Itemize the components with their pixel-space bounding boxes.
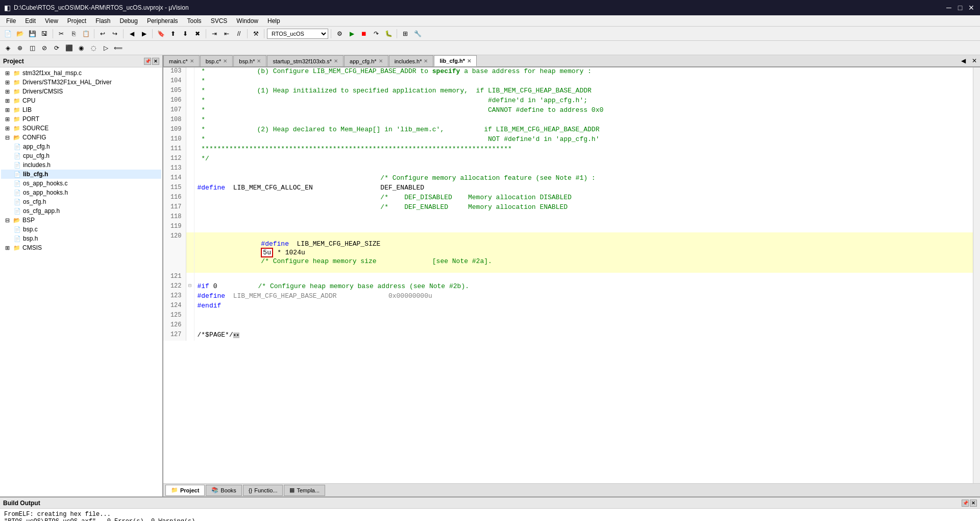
tree-item-os-cfg-app[interactable]: 📄 os_cfg_app.h [1, 206, 161, 216]
tree-item-cmsis2[interactable]: ⊞ 📁 CMSIS [1, 243, 161, 252]
run-button[interactable]: ▶ [346, 28, 357, 39]
tab-close-app[interactable]: ✕ [379, 58, 383, 64]
tab-scroll-left[interactable]: ◀ [958, 55, 969, 66]
settings-button[interactable]: 🔧 [412, 28, 423, 39]
tab-close-bsp-h[interactable]: ✕ [257, 58, 261, 64]
indent-button[interactable]: ⇥ [209, 28, 220, 39]
t2-btn4[interactable]: ⊘ [39, 42, 50, 54]
build-close-btn[interactable]: ✕ [970, 500, 977, 507]
undo-button[interactable]: ↩ [97, 28, 108, 39]
tab-app-cfg[interactable]: app_cfg.h* ✕ [344, 55, 388, 66]
open-button[interactable]: 📂 [14, 28, 26, 39]
copy-button[interactable]: ⎘ [68, 28, 79, 39]
menu-project[interactable]: Project [63, 16, 90, 26]
tree-item-cpu-cfg[interactable]: 📄 cpu_cfg.h [1, 151, 161, 160]
t2-btn1[interactable]: ◈ [2, 42, 13, 54]
tab-lib-cfg[interactable]: lib_cfg.h* ✕ [434, 55, 477, 66]
tree-item-bsp-c[interactable]: 📄 bsp.c [1, 225, 161, 234]
tree-item-os-hooks-h[interactable]: 📄 os_app_hooks.h [1, 188, 161, 197]
panel-close-btn[interactable]: ✕ [152, 58, 159, 65]
t2-btn6[interactable]: ⬛ [63, 42, 75, 54]
menu-debug[interactable]: Debug [116, 16, 142, 26]
t2-btn2[interactable]: ⊕ [14, 42, 26, 54]
menu-view[interactable]: View [41, 16, 62, 26]
target-dropdown[interactable]: RTOS_ucOS [267, 29, 328, 39]
nav-back-button[interactable]: ◀ [126, 28, 137, 39]
t2-btn7[interactable]: ◉ [76, 42, 87, 54]
menu-help[interactable]: Help [263, 16, 284, 26]
menu-svcs[interactable]: SVCS [207, 16, 232, 26]
bookmark-next-button[interactable]: ⬇ [180, 28, 191, 39]
tree-item-cmsis[interactable]: ⊞ 📁 Drivers/CMSIS [1, 87, 161, 96]
bottom-tab-project[interactable]: 📁 Project [165, 485, 205, 496]
minimize-button[interactable]: ─ [944, 3, 953, 12]
editor-scrollbar[interactable] [973, 67, 980, 483]
paste-button[interactable]: 📋 [80, 28, 91, 39]
tree-item-source[interactable]: ⊞ 📁 SOURCE [1, 124, 161, 133]
expand-icon5: ⊞ [3, 106, 11, 114]
tab-close-main[interactable]: ✕ [190, 58, 194, 64]
menu-file[interactable]: File [2, 16, 20, 26]
tab-close-startup[interactable]: ✕ [334, 58, 338, 64]
tree-item-includes[interactable]: 📄 includes.h [1, 160, 161, 170]
tree-item-bsp-h[interactable]: 📄 bsp.h [1, 234, 161, 243]
t2-btn3[interactable]: ◫ [27, 42, 38, 54]
tree-item-cpu[interactable]: ⊞ 📁 CPU [1, 96, 161, 105]
tree-item-port[interactable]: ⊞ 📁 PORT [1, 114, 161, 124]
tab-close-bsp-c[interactable]: ✕ [223, 58, 227, 64]
tree-item-config[interactable]: ⊟ 📂 CONFIG [1, 133, 161, 142]
comment-button[interactable]: // [233, 28, 244, 39]
t2-btn9[interactable]: ▷ [100, 42, 111, 54]
menu-window[interactable]: Window [232, 16, 262, 26]
target-options-button[interactable]: ⚙ [334, 28, 345, 39]
save-button[interactable]: 💾 [27, 28, 38, 39]
step-button[interactable]: ↷ [371, 28, 382, 39]
redo-button[interactable]: ↪ [109, 28, 120, 39]
tab-close-all[interactable]: ✕ [969, 55, 980, 66]
tree-item-os-hooks-c[interactable]: 📄 os_app_hooks.c [1, 179, 161, 188]
tree-item-os-cfg[interactable]: 📄 os_cfg.h [1, 197, 161, 206]
build-button[interactable]: ⚒ [250, 28, 261, 39]
bookmark-button[interactable]: 🔖 [155, 28, 166, 39]
tree-item-app-cfg[interactable]: 📄 app_cfg.h [1, 142, 161, 151]
tab-close-lib[interactable]: ✕ [467, 58, 471, 64]
tab-bsp-c[interactable]: bsp.c* ✕ [200, 55, 233, 66]
menu-edit[interactable]: Edit [21, 16, 40, 26]
save-all-button[interactable]: 🖫 [39, 28, 50, 39]
windows-button[interactable]: ⊞ [400, 28, 411, 39]
tab-main-c[interactable]: main.c* ✕ [163, 55, 200, 66]
tree-item-hal-driver[interactable]: ⊞ 📁 Drivers/STM32F1xx_HAL_Driver [1, 78, 161, 87]
tree-item-lib-cfg[interactable]: 📄 lib_cfg.h [1, 170, 161, 179]
new-file-button[interactable]: 📄 [2, 28, 13, 39]
debug-options-button[interactable]: 🐛 [383, 28, 394, 39]
panel-pin-button[interactable]: 📌 [144, 58, 151, 65]
cut-button[interactable]: ✂ [56, 28, 67, 39]
bottom-tab-functions[interactable]: {} Functio... [243, 485, 283, 496]
code-editor[interactable]: 103 * (b) Configure LIB_MEM_CFG_HEAP_BAS… [163, 67, 973, 483]
tab-includes[interactable]: includes.h* ✕ [389, 55, 434, 66]
nav-fwd-button[interactable]: ▶ [138, 28, 150, 39]
menu-tools[interactable]: Tools [183, 16, 206, 26]
maximize-button[interactable]: □ [955, 3, 965, 12]
t2-btn5[interactable]: ⟳ [51, 42, 62, 54]
tab-close-includes[interactable]: ✕ [424, 58, 428, 64]
build-pin-button[interactable]: 📌 [962, 500, 969, 507]
menu-flash[interactable]: Flash [91, 16, 114, 26]
tree-item-stm32[interactable]: ⊞ 📁 stm32f1xx_hal_msp.c [1, 68, 161, 78]
tab-startup[interactable]: startup_stm32f103xb.s* ✕ [267, 55, 344, 66]
tree-item-bsp[interactable]: ⊟ 📂 BSP [1, 216, 161, 225]
heap-size-input[interactable]: 5u [261, 248, 273, 257]
t2-btn10[interactable]: ⟸ [112, 42, 124, 54]
t2-btn8[interactable]: ◌ [88, 42, 99, 54]
bottom-tab-books[interactable]: 📚 Books [206, 485, 242, 496]
stop-button[interactable]: ⏹ [358, 28, 370, 39]
bookmark-clear-button[interactable]: ✖ [192, 28, 203, 39]
bookmark-prev-button[interactable]: ⬆ [167, 28, 179, 39]
close-button[interactable]: ✕ [967, 3, 976, 12]
tree-item-lib[interactable]: ⊞ 📁 LIB [1, 105, 161, 114]
menu-peripherals[interactable]: Peripherals [143, 16, 182, 26]
bottom-tab-templates[interactable]: ▦ Templa... [284, 485, 325, 496]
sep7 [264, 29, 264, 38]
tab-bsp-h[interactable]: bsp.h* ✕ [233, 55, 266, 66]
unindent-button[interactable]: ⇤ [221, 28, 232, 39]
